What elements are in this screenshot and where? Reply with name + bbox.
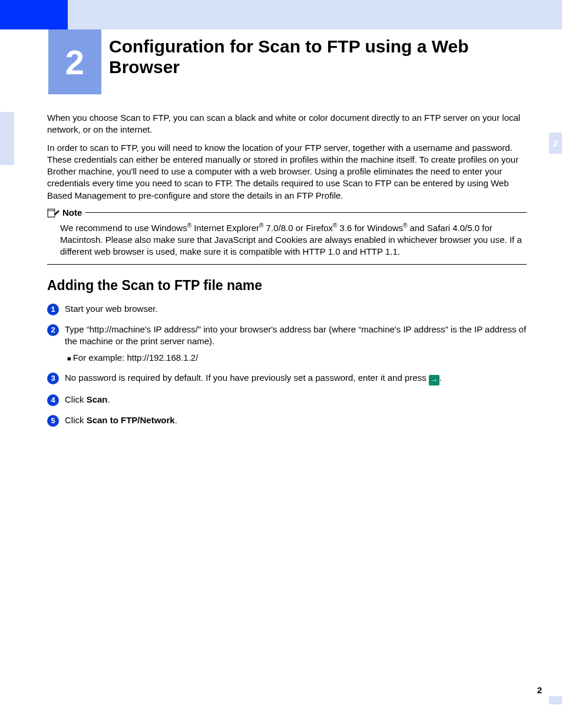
step-1: 1 Start your web browser. bbox=[47, 303, 527, 315]
step-number-badge: 3 bbox=[47, 373, 59, 384]
section-heading: Adding the Scan to FTP file name bbox=[47, 278, 527, 294]
header-accent-light bbox=[68, 0, 562, 29]
left-margin-accent bbox=[0, 112, 14, 165]
note-rule-bottom bbox=[47, 264, 527, 265]
intro-paragraph-1: When you choose Scan to FTP, you can sca… bbox=[47, 112, 527, 136]
step-2-text: Type “http://machine's IP address/” into… bbox=[65, 324, 526, 346]
page-body: When you choose Scan to FTP, you can sca… bbox=[47, 112, 527, 435]
step-3-body: No password is required by default. If y… bbox=[65, 372, 527, 386]
step-5: 5 Click Scan to FTP/Network. bbox=[47, 414, 527, 427]
header-accent-dark bbox=[0, 0, 68, 29]
step-5-text-a: Click bbox=[65, 415, 87, 425]
step-number-badge: 5 bbox=[47, 415, 59, 427]
step-4-body: Click Scan. bbox=[65, 394, 527, 406]
step-3-text-b: . bbox=[439, 373, 442, 383]
step-4: 4 Click Scan. bbox=[47, 394, 527, 406]
note-header: Note bbox=[47, 207, 527, 218]
page-number: 2 bbox=[537, 685, 542, 695]
step-4-text-c: . bbox=[108, 394, 110, 404]
note-label: Note bbox=[62, 207, 82, 218]
chapter-side-tab: 2 bbox=[549, 133, 562, 154]
note-pencil-icon bbox=[47, 207, 60, 218]
chapter-number: 2 bbox=[65, 42, 84, 82]
step-2: 2 Type “http://machine's IP address/” in… bbox=[47, 324, 527, 364]
step-number-badge: 4 bbox=[47, 394, 59, 406]
step-number-badge: 2 bbox=[47, 324, 59, 336]
registered-mark: ® bbox=[187, 222, 191, 229]
note-rule-top bbox=[85, 212, 527, 213]
chapter-side-tab-number: 2 bbox=[553, 139, 558, 148]
chapter-title: Configuration for Scan to FTP using a We… bbox=[109, 37, 527, 77]
step-5-bold: Scan to FTP/Network bbox=[87, 415, 175, 425]
note-body: We recommend to use Windows® Internet Ex… bbox=[60, 222, 527, 258]
step-4-text-a: Click bbox=[65, 394, 87, 404]
step-5-body: Click Scan to FTP/Network. bbox=[65, 414, 527, 427]
step-number-badge: 1 bbox=[47, 304, 59, 315]
footer-accent-tab bbox=[549, 696, 562, 704]
submit-arrow-icon: → bbox=[429, 375, 439, 386]
intro-paragraph-2: In order to scan to FTP, you will need t… bbox=[47, 142, 527, 202]
svg-rect-0 bbox=[48, 209, 55, 217]
chapter-number-badge: 2 bbox=[48, 29, 101, 94]
step-3-text-a: No password is required by default. If y… bbox=[65, 373, 429, 383]
step-5-text-c: . bbox=[175, 415, 177, 425]
step-1-text: Start your web browser. bbox=[65, 303, 527, 315]
step-2-body: Type “http://machine's IP address/” into… bbox=[65, 324, 527, 364]
step-4-bold: Scan bbox=[87, 394, 108, 404]
note-block: Note We recommend to use Windows® Intern… bbox=[47, 207, 527, 265]
step-2-subitem: For example: http://192.168.1.2/ bbox=[67, 352, 527, 364]
step-3: 3 No password is required by default. If… bbox=[47, 372, 527, 386]
